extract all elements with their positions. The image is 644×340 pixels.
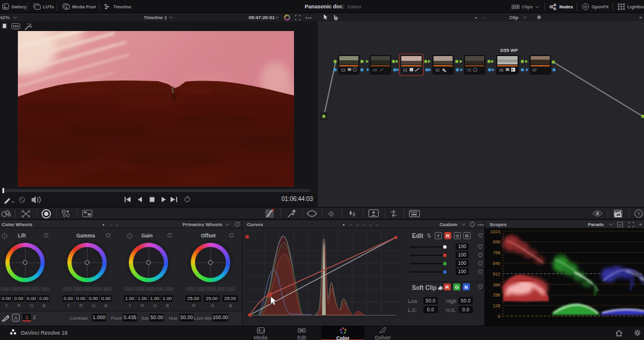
svg-text:384: 384 <box>493 282 500 288</box>
svg-text:1023: 1023 <box>490 229 500 234</box>
svg-text:05: 05 <box>467 68 472 72</box>
svg-text:512: 512 <box>493 271 500 277</box>
svg-text:640: 640 <box>493 261 500 266</box>
svg-text:03: 03 <box>341 68 346 72</box>
svg-text:D55 WP: D55 WP <box>500 48 518 53</box>
svg-text:0: 0 <box>498 314 500 319</box>
svg-text:768: 768 <box>493 250 500 255</box>
svg-text:256: 256 <box>493 292 500 298</box>
svg-text:01: 01 <box>403 68 408 72</box>
svg-text:07: 07 <box>532 68 537 72</box>
svg-text:896: 896 <box>493 239 500 245</box>
svg-text:02: 02 <box>435 68 440 72</box>
svg-text:fx: fx <box>584 5 587 8</box>
svg-text:04: 04 <box>373 68 377 72</box>
svg-text:128: 128 <box>493 303 500 308</box>
svg-text:06: 06 <box>499 68 504 72</box>
svg-text:A: A <box>14 315 17 321</box>
